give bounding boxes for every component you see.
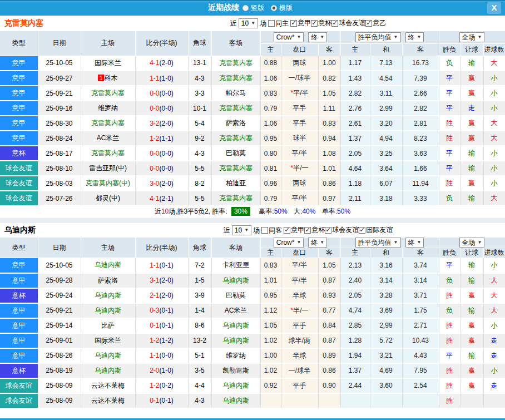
cell-score: 0-0(0-0) <box>135 101 188 116</box>
cell-handicap: 平/半 <box>281 146 318 161</box>
col-sub-avg-draw: 和 <box>370 43 402 56</box>
cell-corner: 7-2 <box>188 258 211 273</box>
col-header-home: 主场 <box>81 238 135 258</box>
cell-home-team: 国际米兰 <box>81 56 135 71</box>
final-odds-dropdown[interactable]: 终▼ <box>308 32 327 42</box>
league-filter-option[interactable]: 球会友谊 <box>325 225 359 235</box>
cell-handicap: 球半/两 <box>281 333 318 348</box>
league-filter-option[interactable]: 意杯 <box>311 18 331 28</box>
cell-type: 球会友谊 <box>0 393 38 408</box>
league-filter-option[interactable]: 意杯 <box>304 225 325 235</box>
cell-corner: 3-3 <box>188 86 211 101</box>
cell-odds-home: 1.02 <box>260 333 281 348</box>
cell-score: 1-2(1-1) <box>135 131 188 146</box>
cell-away-team: 萨索洛 <box>211 116 260 131</box>
cell-away-team: 柏迪亚 <box>211 176 260 191</box>
league-checkbox[interactable] <box>331 20 338 27</box>
col-header-away: 客场 <box>211 238 260 258</box>
cell-date: 25-09-27 <box>38 71 81 86</box>
horizontal-layout-label[interactable]: 横版 <box>279 3 293 13</box>
matches-table-udinese: 类型 日期 主场 比分(半场) 角球 客场 Crow*▼ 终▼ 胜平负均值▼ 终… <box>0 238 505 409</box>
cell-odds-home: 0.79 <box>260 191 281 206</box>
table-row: 意甲25-09-271科木1-1(1-0)4-3克雷莫内塞1.06一/球半0.8… <box>0 71 505 86</box>
league-checkbox[interactable] <box>359 227 365 234</box>
stat-over: 大:40% <box>294 207 315 215</box>
horizontal-layout-radio[interactable] <box>271 5 277 11</box>
cell-avg-lose: 1.66 <box>402 161 439 176</box>
same-venue-option[interactable]: 同主 <box>268 19 289 28</box>
league-checkbox[interactable] <box>365 20 372 27</box>
cell-odds-home: 1.06 <box>260 71 281 86</box>
vertical-layout-radio[interactable] <box>242 5 249 11</box>
final-avg-dropdown[interactable]: 终▼ <box>405 32 424 42</box>
cell-avg-win: 2.40 <box>340 273 370 288</box>
bookmaker-dropdown[interactable]: Crow*▼ <box>274 238 304 248</box>
league-checkbox[interactable] <box>304 227 311 234</box>
league-checkbox[interactable] <box>325 227 331 234</box>
cell-home-team: 乌迪内斯 <box>81 303 135 318</box>
final-odds-dropdown[interactable]: 终▼ <box>308 238 327 248</box>
cell-date: 25-08-26 <box>38 348 81 363</box>
league-filter-option[interactable]: 国际友谊 <box>359 225 393 235</box>
cell-score: 1-1(1-0) <box>135 71 188 86</box>
full-match-dropdown[interactable]: 全场▼ <box>459 238 485 248</box>
cell-home-team: 云达不莱梅 <box>81 393 135 408</box>
col-sub-away-odds: 客 <box>318 248 340 258</box>
close-button[interactable]: X <box>487 2 501 14</box>
cell-date: 25-08-09 <box>38 393 81 408</box>
bookmaker-dropdown[interactable]: Crow*▼ <box>274 32 304 42</box>
same-venue-checkbox[interactable] <box>261 227 268 234</box>
cell-avg-draw: 2.99 <box>370 318 402 333</box>
avg-odds-dropdown[interactable]: 胜平负均值▼ <box>355 32 401 42</box>
cell-type: 意甲 <box>0 273 38 288</box>
cell-corner: 13-2 <box>188 333 211 348</box>
col-header-date: 日期 <box>38 238 81 258</box>
cell-date: 25-08-03 <box>38 176 81 191</box>
cell-home-team: 乌迪内斯 <box>81 348 135 363</box>
league-filter-option[interactable]: 球会友谊 <box>331 18 365 28</box>
same-venue-option[interactable]: 同客 <box>261 226 282 235</box>
vertical-layout-label[interactable]: 竖版 <box>251 3 264 13</box>
cell-result-goals: 小 <box>483 258 505 273</box>
league-filter-option[interactable]: 意甲 <box>284 225 304 235</box>
cell-handicap: 平手 <box>281 318 318 333</box>
cell-date: 25-10-05 <box>38 258 81 273</box>
cell-date: 25-07-26 <box>38 191 81 206</box>
cell-date: 25-09-21 <box>38 303 81 318</box>
cell-avg-lose: 1.75 <box>402 303 439 318</box>
cell-result-goals: 大 <box>483 191 505 206</box>
cell-avg-lose: 2.81 <box>402 116 439 131</box>
cell-result-handicap: 输 <box>460 146 483 161</box>
avg-odds-dropdown[interactable]: 胜平负均值▼ <box>355 238 401 248</box>
cell-result-outcome: 平 <box>439 258 460 273</box>
league-checkbox[interactable] <box>311 20 318 27</box>
cell-avg-win: 2.11 <box>340 191 370 206</box>
cell-avg-draw: 3.25 <box>370 146 402 161</box>
matches-table-cremonese: 类型 日期 主场 比分(半场) 角球 客场 Crow*▼ 终▼ 胜平负均值▼ 终… <box>0 31 505 206</box>
col-header-score: 比分(半场) <box>135 238 188 258</box>
cell-score: 0-1(0-1) <box>135 393 188 408</box>
full-match-dropdown[interactable]: 全场▼ <box>459 32 485 42</box>
rank-badge: 1 <box>98 75 103 81</box>
cell-score: 3-2(2-0) <box>135 116 188 131</box>
cell-odds-away: 0.97 <box>318 191 340 206</box>
chevron-down-icon: ▼ <box>320 238 324 247</box>
league-checkbox[interactable] <box>284 227 290 234</box>
cell-avg-lose: 4.43 <box>402 348 439 363</box>
same-venue-checkbox[interactable] <box>268 20 275 27</box>
final-avg-dropdown[interactable]: 终▼ <box>405 238 424 248</box>
team-name-home: 克雷莫内塞 <box>4 18 43 28</box>
league-filter-option[interactable]: 意乙 <box>365 18 386 28</box>
league-checkbox[interactable] <box>290 20 297 27</box>
col-sub-goals: 进球数 <box>483 43 505 56</box>
match-count-select[interactable]: 10▼ <box>239 18 258 28</box>
cell-result-goals: 走 <box>483 348 505 363</box>
cell-avg-lose: 3.14 <box>402 273 439 288</box>
match-count-select[interactable]: 10▼ <box>232 225 251 235</box>
chevron-down-icon: ▼ <box>394 238 398 247</box>
cell-odds-away: 1.00 <box>318 56 340 71</box>
cell-odds-away: 1.11 <box>318 101 340 116</box>
league-filter-option[interactable]: 意甲 <box>290 18 311 28</box>
cell-date: 25-08-09 <box>38 378 81 393</box>
col-sub-handicap: 盘口 <box>281 43 318 56</box>
